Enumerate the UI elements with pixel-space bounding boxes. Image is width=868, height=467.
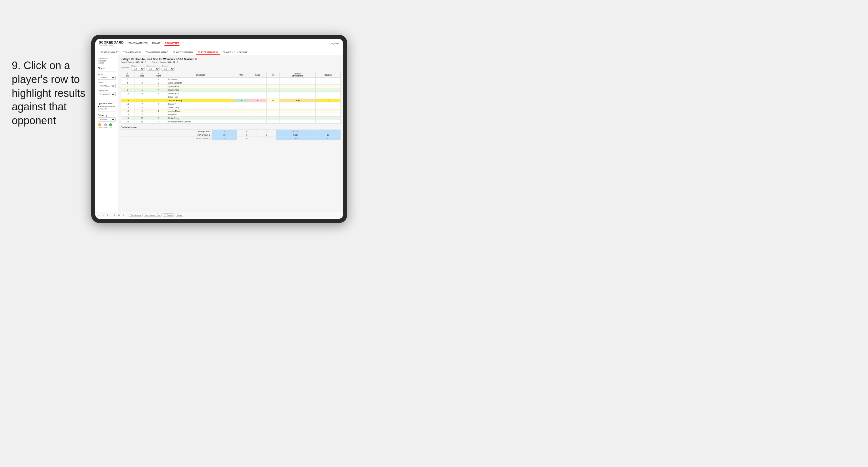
- timestamp: Last Updated: 27/03/2024 16:55:28: [98, 58, 116, 64]
- paste-btn[interactable]: ⊟: [117, 214, 121, 216]
- nav-links: TOURNAMENTS TEAMS COMMITTEE: [128, 41, 329, 45]
- right-content: Katelyn Vo Head-to-Head Grid for Women's…: [118, 55, 343, 212]
- radio-top100[interactable]: Top 100: [98, 108, 116, 110]
- radio-dot-opponents: [98, 106, 99, 107]
- table-row[interactable]: 1063Andrea York: [121, 92, 341, 95]
- player-rank-label: Player (Rank): [98, 90, 116, 92]
- opponents-filter-label: Opponents:: [121, 67, 130, 68]
- division-record: Division Record: 331 - 34 - 6: [152, 61, 178, 63]
- watch-icon: 👁: [164, 214, 166, 216]
- view-original-btn[interactable]: View: Original: [129, 214, 143, 217]
- filter-row: Opponents: Region (All) Conference (All): [121, 65, 341, 71]
- nav-committee[interactable]: COMMITTEE: [164, 41, 180, 45]
- forward-btn[interactable]: ⟳: [106, 214, 109, 216]
- col-reg: #Reg: [134, 72, 150, 78]
- watch-btn[interactable]: 👁 Watch ▾: [163, 213, 175, 217]
- ood-row[interactable]: NCAA Division 25007.40010: [121, 137, 341, 141]
- opponent-view-title: Opponent view: [98, 102, 116, 104]
- nav-tournaments[interactable]: TOURNAMENTS: [128, 41, 147, 45]
- tab-team-h2h-grid[interactable]: TEAM H2H GRID: [121, 50, 143, 55]
- opponent-filter: Opponent (All): [161, 65, 175, 71]
- h2h-table: #Div #Reg #Conf Opponent Win Loss Tie Di…: [121, 72, 341, 124]
- player-rank-dropdown[interactable]: 8. Katelyn Vo: [98, 92, 116, 96]
- refresh-btn[interactable]: ⟳: [122, 214, 125, 216]
- colour-up-item: Up: [109, 123, 112, 128]
- radio-opponents-played[interactable]: Opponents Played: [98, 106, 116, 107]
- col-rounds: Rounds: [316, 72, 341, 78]
- col-opponent: Opponent: [167, 72, 234, 78]
- undo-btn[interactable]: ↩: [97, 214, 100, 216]
- step-number: 9.: [12, 59, 21, 71]
- annotation-text: 9. Click on a player's row to highlight …: [12, 59, 88, 128]
- colour-legend: Down Level Up: [98, 123, 116, 128]
- col-win: Win: [234, 72, 249, 78]
- nav-teams[interactable]: TEAMS: [152, 41, 161, 45]
- ood-table: Foreign Team1004.5002NAIA Division 11500…: [121, 129, 341, 141]
- colour-down-dot: [98, 123, 101, 126]
- opponent-select[interactable]: (All): [161, 67, 175, 71]
- sign-out-link[interactable]: Sign out: [331, 42, 340, 45]
- logo-area: SCOREBOARD Powered by clippi: [99, 41, 124, 46]
- gender-label: Gender: [98, 73, 116, 75]
- tab-player-h2h-grid[interactable]: PLAYER H2H GRID: [196, 50, 220, 55]
- overall-record: Overall Record: 353 - 34 - 6: [121, 61, 146, 63]
- toolbar-sep2: [127, 214, 127, 217]
- tablet-device: SCOREBOARD Powered by clippi TOURNAMENTS…: [91, 35, 347, 223]
- region-select[interactable]: (All): [131, 67, 145, 71]
- tab-player-h2h-heatmap[interactable]: PLAYER H2H HEATMAP: [220, 50, 250, 55]
- colour-by-dropdown[interactable]: Win/loss: [98, 117, 116, 122]
- sidebar: Last Updated: 27/03/2024 16:55:28 Player…: [95, 55, 118, 212]
- table-row[interactable]: 613Sydney Kuo: [121, 85, 341, 88]
- conference-filter: Conference (All): [147, 65, 160, 71]
- colour-by-title: Colour by: [98, 114, 116, 116]
- table-row[interactable]: 31Esther Lee: [121, 78, 341, 81]
- col-loss: Loss: [249, 72, 267, 78]
- tab-player-summary[interactable]: PLAYER SUMMARY: [170, 50, 196, 55]
- gender-dropdown[interactable]: Women's: [98, 75, 116, 80]
- annotation-body: Click on a player's row to highlight res…: [12, 59, 85, 127]
- table-row[interactable]: Heejo Hyun: [121, 95, 341, 99]
- toolbar-sep1: [111, 214, 111, 217]
- ood-row[interactable]: Foreign Team1004.5002: [121, 130, 341, 133]
- table-row[interactable]: 1691Jessica Mason: [121, 110, 341, 113]
- ood-row[interactable]: NAIA Division 115009.26730: [121, 133, 341, 137]
- logo-sub: Powered by clippi: [99, 44, 124, 46]
- table-row[interactable]: 131Jessica Huang010-3.002: [121, 99, 341, 102]
- grid-title: Katelyn Vo Head-to-Head Grid for Women's…: [121, 58, 341, 61]
- tab-team-h2h-heatmap[interactable]: TEAM H2H HEATMAP: [143, 50, 170, 55]
- tab-bar: TEAM SUMMARY TEAM H2H GRID TEAM H2H HEAT…: [95, 48, 343, 55]
- division-dropdown[interactable]: NCAA Division III: [98, 84, 116, 88]
- ood-section-title: Out of division: [121, 126, 341, 129]
- redo-btn[interactable]: ↪: [101, 214, 105, 216]
- region-filter: Region (All): [131, 65, 145, 71]
- navigation-bar: SCOREBOARD Powered by clippi TOURNAMENTS…: [95, 39, 343, 48]
- table-row[interactable]: 1585Stella Cheng: [121, 106, 341, 110]
- division-label: Division: [98, 82, 116, 83]
- share-btn[interactable]: Share: [176, 214, 183, 217]
- table-row[interactable]: 1474Eunice Yi: [121, 102, 341, 106]
- conference-select[interactable]: (All): [147, 67, 160, 71]
- table-row[interactable]: 20117Federica Domecq Lacroze: [121, 120, 341, 124]
- colour-down-item: Down: [98, 123, 102, 128]
- colour-level-dot: [104, 123, 107, 126]
- copy-btn[interactable]: ⊞: [113, 214, 116, 216]
- toolbar: ↩ ↪ ⟳ ⊞ ⊟ ⟳ View: Original Save Custom V…: [95, 212, 343, 218]
- table-row[interactable]: 914Sharon Mun: [121, 88, 341, 92]
- col-diff: Diff AvStrokes/Rnd: [280, 72, 316, 78]
- records-row: Overall Record: 353 - 34 - 6 Division Re…: [121, 61, 341, 63]
- radio-dot-top100: [98, 108, 99, 110]
- table-row[interactable]: 19106Emily Chang: [121, 117, 341, 120]
- colour-level-item: Level: [103, 123, 107, 128]
- table-row[interactable]: 522Alexis Sudjianto: [121, 81, 341, 85]
- col-conf: #Conf: [150, 72, 167, 78]
- table-row[interactable]: 1822Euna Lee: [121, 113, 341, 117]
- col-tie: Tie: [267, 72, 280, 78]
- player-section-title: Player: [98, 67, 116, 69]
- save-custom-btn[interactable]: Save Custom View: [144, 214, 162, 217]
- nav-separator: |: [329, 42, 330, 44]
- main-content: Last Updated: 27/03/2024 16:55:28 Player…: [95, 55, 343, 212]
- tab-team-summary[interactable]: TEAM SUMMARY: [98, 50, 121, 55]
- colour-up-dot: [109, 123, 112, 126]
- tablet-screen: SCOREBOARD Powered by clippi TOURNAMENTS…: [95, 39, 343, 219]
- col-div: #Div: [121, 72, 134, 78]
